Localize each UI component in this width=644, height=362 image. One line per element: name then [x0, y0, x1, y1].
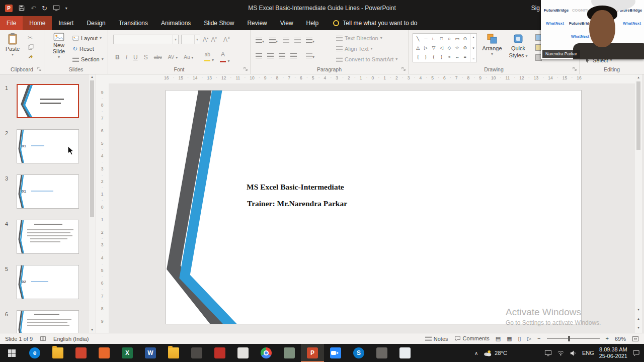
skype-app-icon-button[interactable]: S — [347, 344, 370, 362]
gallery-scroll-up-icon[interactable]: ▴ — [472, 35, 474, 39]
underline-icon[interactable]: U — [133, 54, 138, 60]
spellcheck-icon[interactable] — [40, 335, 46, 342]
shape-icon[interactable]: ○ — [448, 37, 450, 41]
notepad-app-icon-button[interactable] — [393, 344, 417, 362]
tab-home[interactable]: Home — [23, 16, 52, 30]
word-icon-button[interactable]: W — [139, 344, 162, 362]
file-explorer-icon-button[interactable] — [46, 344, 69, 362]
start-button[interactable] — [0, 344, 23, 362]
folder-icon-button[interactable] — [162, 344, 185, 362]
main-scrollbar[interactable]: ▴ ▾ ▴ ▾ — [635, 74, 642, 333]
quick-styles-button[interactable]: Quick Styles ▾ — [505, 33, 531, 58]
language-indicator[interactable]: ENG — [582, 350, 594, 356]
action-center-icon[interactable] — [632, 349, 640, 357]
shape-icon[interactable]: ─ — [424, 37, 427, 41]
scrollbar-thumb[interactable] — [90, 80, 94, 217]
shape-icon[interactable]: ▷ — [424, 46, 428, 50]
line-spacing-icon[interactable]: ▾ — [306, 36, 314, 45]
shape-icon[interactable]: ☆ — [455, 46, 459, 50]
bold-icon[interactable]: B — [115, 54, 120, 60]
tab-design[interactable]: Design — [80, 16, 112, 30]
shape-icon[interactable]: ≡ — [464, 55, 466, 59]
decrease-font-size-icon[interactable]: A▾ — [211, 36, 217, 43]
gallery-scroll-down-icon[interactable]: ▾ — [472, 46, 474, 50]
shape-icon[interactable]: ▭ — [455, 37, 459, 41]
increase-indent-icon[interactable] — [294, 38, 301, 43]
slide-thumbnail-1[interactable] — [17, 84, 79, 118]
tell-me-box[interactable]: Tell me what you want to do — [333, 16, 417, 30]
gallery-more-icon[interactable]: ≡ — [472, 57, 474, 60]
clear-formatting-icon[interactable]: A✗ — [223, 36, 230, 43]
shape-icon[interactable]: ) — [441, 55, 442, 59]
scroll-up-icon[interactable]: ▴ — [635, 74, 642, 80]
save-icon[interactable] — [18, 5, 25, 12]
normal-view-button[interactable]: ▤ — [496, 336, 501, 341]
thumbnail-scrollbar[interactable]: ▴ ▾ — [89, 74, 95, 333]
hidden-icons-chevron-icon[interactable]: ∧ — [474, 350, 478, 356]
align-text-button[interactable]: Align Text ▾ — [336, 46, 373, 52]
start-slideshow-icon[interactable] — [53, 5, 60, 12]
tab-file[interactable]: File — [0, 16, 23, 30]
align-center-icon[interactable] — [267, 53, 274, 58]
zoom-level[interactable]: 69% — [615, 336, 626, 342]
tab-review[interactable]: Review — [240, 16, 273, 30]
font-size-chevron-icon[interactable]: ▾ — [194, 35, 200, 44]
bullets-icon[interactable]: ▾ — [256, 36, 264, 45]
undo-icon[interactable]: ↶ — [31, 5, 36, 12]
shape-icon[interactable]: ∟ — [432, 37, 436, 41]
text-direction-button[interactable]: Text Direction ▾ — [336, 35, 382, 41]
shape-icon[interactable]: ⊕ — [463, 46, 467, 50]
office-app-icon-button[interactable] — [93, 344, 116, 362]
new-slide-button[interactable]: New Slide ▾ — [48, 33, 69, 59]
paste-button[interactable]: Paste ▾ — [3, 33, 22, 57]
slide-sorter-view-button[interactable]: ▦ — [507, 336, 512, 341]
align-right-icon[interactable] — [279, 53, 285, 58]
slide-canvas-area[interactable]: MS Excel Basic-Intermediate Trainer: Mr.… — [109, 83, 635, 333]
wifi-icon[interactable] — [557, 349, 565, 357]
comments-button[interactable]: Comments — [454, 335, 490, 342]
notes-button[interactable]: Notes — [425, 336, 448, 342]
tab-animations[interactable]: Animations — [154, 16, 197, 30]
slide-thumbnail-3[interactable]: 01 — [17, 174, 79, 209]
next-slide-icon[interactable]: ▾ — [635, 325, 642, 331]
slide-editor[interactable]: MS Excel Basic-Intermediate Trainer: Mr.… — [166, 90, 581, 324]
shape-icon[interactable]: ◇ — [448, 46, 451, 50]
increase-font-size-icon[interactable]: A▴ — [203, 36, 209, 43]
reading-view-button[interactable]: ▯ — [518, 336, 521, 341]
edge-icon-button[interactable]: e — [23, 344, 46, 362]
text-shadow-icon[interactable]: S — [144, 54, 148, 60]
slide-thumbnail-6[interactable] — [17, 310, 79, 333]
shape-icon[interactable]: ▽ — [432, 46, 435, 50]
tray-monitor-icon[interactable] — [544, 349, 552, 357]
slide-thumbnail-5[interactable]: 02 — [17, 265, 79, 299]
zoom-slider-thumb[interactable] — [568, 336, 570, 341]
font-name-combo[interactable]: ▾ — [113, 35, 179, 44]
font-size-combo[interactable]: ▾ — [181, 35, 200, 44]
speaker-icon[interactable] — [570, 349, 577, 357]
shape-icon[interactable]: { — [417, 55, 419, 59]
section-button[interactable]: Section ▾ — [72, 56, 104, 62]
gray-green-app-icon-button[interactable] — [278, 344, 301, 362]
slide-subtitle-text[interactable]: Trainer: Mr.Narendra Parkar — [247, 199, 347, 208]
drawing-dialog-launcher-icon[interactable] — [573, 67, 577, 71]
font-name-chevron-icon[interactable]: ▾ — [173, 35, 178, 44]
chrome-icon-button[interactable] — [255, 344, 278, 362]
system-app-icon-button[interactable] — [370, 344, 393, 362]
layout-button[interactable]: Layout ▾ — [72, 35, 102, 41]
powerpoint-icon-button[interactable]: P — [301, 344, 324, 362]
tab-view[interactable]: View — [274, 16, 300, 30]
shape-icon[interactable]: ↔ — [455, 55, 459, 59]
scrollbar-thumb[interactable] — [636, 81, 640, 150]
align-left-icon[interactable] — [256, 53, 262, 58]
zoom-icon-button[interactable] — [324, 344, 347, 362]
shape-icon[interactable]: △ — [416, 46, 420, 50]
powerpoint-app-icon[interactable]: P — [5, 5, 13, 12]
tab-slide-show[interactable]: Slide Show — [197, 16, 240, 30]
shape-icon[interactable]: ⊙ — [463, 37, 467, 41]
numbering-icon[interactable]: ▾ — [269, 36, 278, 45]
scroll-down-icon[interactable]: ▾ — [635, 307, 642, 313]
archive-app-icon-button[interactable] — [185, 344, 208, 362]
customize-qat-icon[interactable]: ▾ — [65, 6, 67, 11]
format-painter-icon[interactable] — [28, 53, 35, 59]
italic-icon[interactable]: I — [126, 54, 127, 60]
